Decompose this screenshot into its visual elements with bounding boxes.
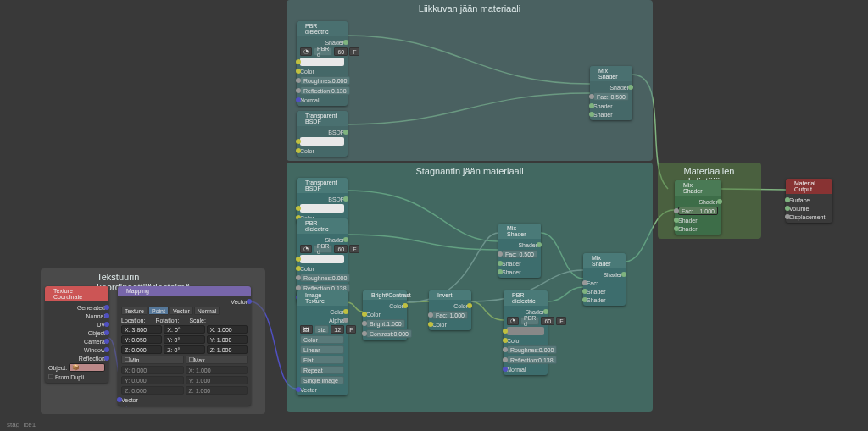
fac[interactable]: Fac:1.000 (432, 311, 468, 319)
node-title[interactable]: Mapping (118, 286, 251, 296)
node-mix-shader-1[interactable]: Mix Shader Shader Fac:0.500 Shader Shade… (590, 66, 632, 120)
node-transparent-1[interactable]: Transparent BSDF BSDF Color (297, 111, 348, 157)
max-x[interactable]: X: 1.000 (186, 366, 248, 374)
rot-y[interactable]: Y: 0° (164, 335, 204, 344)
input-shader: Shader (502, 261, 521, 267)
min-y[interactable]: Y: 0.000 (121, 376, 184, 384)
img-name[interactable]: sta (314, 325, 329, 334)
color-swatch[interactable] (300, 137, 344, 146)
node-title[interactable]: PBR dielectric (297, 218, 348, 234)
tab-normal[interactable]: Normal (194, 307, 220, 315)
node-pbr-3[interactable]: PBR dielectric Shader ◔PBR d60F Color Ro… (504, 290, 548, 375)
group-name[interactable]: PBR d (314, 245, 332, 253)
fake-user[interactable]: F (556, 317, 566, 325)
node-title[interactable]: Texture Coordinate (45, 286, 108, 301)
object-picker[interactable]: 📦 (69, 363, 105, 372)
node-mapping[interactable]: Mapping Vector Texture Point Vector Norm… (118, 286, 251, 406)
min-z[interactable]: Z: 0.000 (121, 386, 184, 395)
tab-texture[interactable]: Texture (121, 307, 147, 315)
group-btn[interactable]: ◔ (300, 245, 312, 253)
contrast[interactable]: Contrast:0.000 (366, 329, 412, 338)
node-title[interactable]: PBR dielectric (297, 21, 348, 36)
output-color: Color (453, 303, 468, 309)
min-x[interactable]: X: 0.000 (121, 366, 184, 374)
img-browse[interactable]: 🖼 (300, 325, 313, 334)
min-toggle[interactable]: ☐ Min (121, 356, 184, 364)
reflection[interactable]: Reflection:0.138 (507, 356, 557, 364)
group-btn[interactable]: ◔ (507, 317, 519, 325)
fake-user[interactable]: F (346, 325, 356, 334)
rot-z[interactable]: Z: 0° (164, 345, 204, 354)
fac[interactable]: Fac:0.500 (593, 92, 629, 101)
color-swatch[interactable] (300, 204, 344, 213)
node-title[interactable]: Mix Shader (675, 180, 721, 196)
node-pbr-1[interactable]: PBR dielectric Shader ◔PBR d60F Color Ro… (297, 21, 348, 106)
node-bright-contrast[interactable]: Bright/Contrast Color Color Bright:1.600… (363, 290, 407, 340)
node-title[interactable]: Transparent BSDF (297, 178, 348, 193)
node-mix-shader-4[interactable]: Mix Shader Shader Fac:1.000 Shader Shade… (675, 180, 721, 235)
tab-vector[interactable]: Vector (170, 307, 193, 315)
node-title[interactable]: Bright/Contrast (363, 290, 407, 300)
fac[interactable]: Fac:0.500 (502, 250, 537, 258)
loc-z[interactable]: Z: 0.000 (121, 345, 162, 354)
node-title[interactable]: Image Texture (297, 290, 348, 306)
color-swatch[interactable] (300, 255, 344, 263)
from-dupli[interactable]: From Dupli (55, 374, 84, 380)
color-swatch[interactable] (507, 327, 544, 335)
roughness[interactable]: Roughnes:0.000 (300, 76, 350, 85)
strength[interactable]: 60 (541, 317, 554, 325)
colorspace[interactable]: Color (300, 335, 344, 344)
group-btn[interactable]: ◔ (300, 47, 312, 56)
bright[interactable]: Bright:1.600 (366, 319, 405, 328)
node-title[interactable]: Mix Shader (583, 253, 626, 268)
fake-user[interactable]: F (349, 47, 359, 56)
scl-z[interactable]: Z: 1.000 (207, 345, 248, 354)
color-swatch[interactable] (300, 58, 344, 66)
max-toggle[interactable]: ☐ Max (186, 356, 248, 364)
group-name[interactable]: PBR d (314, 47, 332, 56)
group-name[interactable]: PBR d (520, 317, 539, 325)
max-y[interactable]: Y: 1.000 (186, 376, 248, 384)
ext[interactable]: Repeat (300, 366, 344, 374)
node-title[interactable]: PBR dielectric (504, 290, 548, 306)
roughness[interactable]: Roughnes:0.000 (300, 274, 350, 282)
node-title[interactable]: Material Output (786, 179, 832, 194)
node-invert[interactable]: Invert Color Fac:1.000 Color (429, 290, 471, 330)
node-title[interactable]: Mix Shader (498, 224, 541, 239)
interp[interactable]: Linear (300, 345, 344, 354)
output-bsdf: BSDF (328, 130, 344, 135)
node-title[interactable]: Invert (429, 290, 471, 300)
node-title[interactable]: Mix Shader (590, 66, 632, 81)
output-color: Color (330, 309, 344, 315)
input-volume: Volume (789, 206, 809, 212)
node-image-texture[interactable]: Image Texture Color Alpha 🖼sta12F Color … (297, 290, 348, 395)
scl-label: Scale: (189, 318, 205, 323)
max-z[interactable]: Z: 1.000 (186, 386, 248, 395)
node-transparent-2[interactable]: Transparent BSDF BSDF Color (297, 178, 348, 224)
node-mix-shader-3[interactable]: Mix Shader Shader Fac: Shader Shader (583, 253, 626, 306)
strength[interactable]: 60 (334, 47, 348, 56)
node-title[interactable]: Transparent BSDF (297, 111, 348, 126)
node-mix-shader-2[interactable]: Mix Shader Shader Fac:0.500 Shader Shade… (498, 224, 541, 278)
proj[interactable]: Flat (300, 356, 344, 364)
rot-x[interactable]: X: 0° (164, 325, 204, 334)
fac[interactable]: Fac:1.000 (678, 207, 718, 215)
scl-x[interactable]: X: 1.000 (207, 325, 248, 334)
img-count[interactable]: 12 (331, 325, 344, 334)
input-displacement: Displacement (789, 214, 825, 220)
object-label: Object: (48, 365, 67, 371)
loc-x[interactable]: X: 3.800 (121, 325, 162, 334)
loc-y[interactable]: Y: 0.050 (121, 335, 162, 344)
fake-user[interactable]: F (349, 245, 359, 253)
reflection[interactable]: Reflection:0.138 (300, 86, 350, 95)
source[interactable]: Single Image (300, 376, 344, 384)
tab-point[interactable]: Point (148, 307, 169, 315)
node-texture-coordinate[interactable]: Texture Coordinate Generated Normal UV O… (45, 286, 108, 383)
roughness[interactable]: Roughnes:0.000 (507, 345, 557, 354)
node-material-output[interactable]: Material Output Surface Volume Displacem… (786, 179, 832, 223)
frame-label: Stagnantin jään materiaali (415, 166, 523, 176)
strength[interactable]: 60 (334, 245, 348, 253)
scl-y[interactable]: Y: 1.000 (207, 335, 248, 344)
material-name-hint: stag_ice1 (7, 421, 36, 428)
frame-label: Liikkuvan jään materiaali (419, 3, 520, 14)
